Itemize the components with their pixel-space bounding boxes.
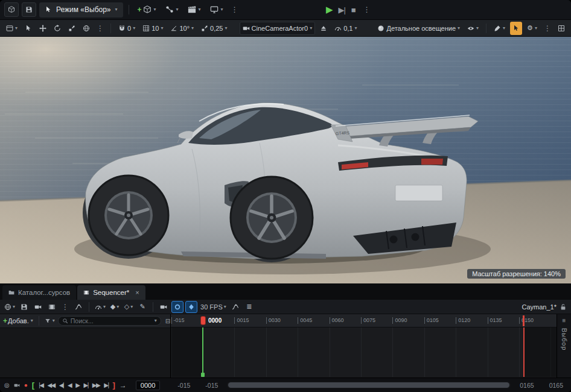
separator bbox=[129, 5, 129, 14]
playback-end-tick[interactable] bbox=[523, 315, 525, 326]
select-tool-button[interactable] bbox=[22, 22, 34, 35]
step-back-button[interactable]: ◀| bbox=[59, 382, 63, 388]
play-forward-button[interactable]: ▶ bbox=[75, 382, 79, 388]
quick-add-dropdown[interactable]: + ▾ bbox=[135, 2, 159, 17]
camera-speed-dropdown[interactable]: 0,1 ▾ bbox=[332, 22, 359, 35]
tab-sequencer[interactable]: Sequencer* × bbox=[77, 285, 145, 300]
track-list-area[interactable] bbox=[0, 328, 170, 378]
brush-dropdown[interactable]: ▾ bbox=[491, 22, 508, 35]
stop-button[interactable]: ■ bbox=[351, 5, 356, 14]
scrollbar-thumb[interactable] bbox=[228, 382, 509, 388]
side-tab-label[interactable]: Выбор bbox=[561, 328, 568, 350]
eject-pilot-button[interactable] bbox=[317, 22, 330, 35]
play-options-kebab-icon[interactable]: ⋮ bbox=[362, 5, 372, 14]
range-start-bracket[interactable]: [ bbox=[32, 381, 34, 389]
view-range-start[interactable]: -015 bbox=[205, 382, 218, 389]
snap-keys-toggle[interactable] bbox=[185, 301, 197, 313]
render-movie-button[interactable] bbox=[46, 301, 58, 313]
sequencer-outliner: + Добав. ▾ ▾ ▾ ⊟ ⊞ ≡ ⚙ bbox=[0, 314, 171, 378]
scale-tool-button[interactable] bbox=[66, 22, 78, 35]
keyframe-options-dropdown[interactable]: ◆ ▾ bbox=[109, 301, 121, 313]
save-all-button[interactable] bbox=[22, 2, 36, 17]
separator bbox=[89, 302, 89, 312]
timeline-tracks[interactable] bbox=[171, 327, 557, 377]
current-frame-field[interactable]: 0000 bbox=[136, 381, 160, 390]
view-mode-dropdown[interactable]: Детальное освещение ▾ bbox=[375, 22, 462, 35]
edit-mode-button[interactable]: ✎ bbox=[136, 301, 148, 313]
to-end-button[interactable]: ▶| bbox=[104, 382, 108, 388]
show-flags-dropdown[interactable]: ▾ bbox=[465, 22, 481, 35]
recent-levels-button[interactable] bbox=[4, 2, 19, 17]
curve-editor-button[interactable] bbox=[72, 301, 85, 313]
play-once-icon[interactable]: → bbox=[120, 382, 127, 389]
grid-snap-dropdown[interactable]: 10 ▾ bbox=[140, 22, 165, 35]
cinematics-dropdown[interactable]: ▾ bbox=[185, 2, 204, 17]
timeline-scrollbar[interactable] bbox=[227, 382, 511, 388]
separator bbox=[153, 302, 153, 312]
camera-cut-icon[interactable] bbox=[14, 382, 20, 388]
sequence-browse-dropdown[interactable]: ▾ bbox=[3, 301, 16, 313]
blueprints-dropdown[interactable]: ▾ bbox=[162, 2, 182, 17]
camera-lock-button[interactable] bbox=[158, 301, 170, 313]
editor-mode-dropdown[interactable]: Режим «Выбор» ▾ bbox=[39, 2, 123, 17]
working-range-end[interactable]: 0165 bbox=[549, 382, 563, 389]
play-button[interactable]: ▶ bbox=[326, 4, 333, 15]
ruler-frame-label: 0045 bbox=[298, 317, 312, 324]
track-search[interactable]: ▾ bbox=[58, 316, 161, 326]
working-range-start[interactable]: -015 bbox=[177, 382, 190, 389]
lock-icon[interactable] bbox=[560, 303, 567, 311]
viewport-options-dropdown[interactable]: ▾ bbox=[4, 22, 20, 35]
sequencer-kebab-icon[interactable]: ⋮ bbox=[60, 303, 71, 311]
jump-forward-button[interactable]: ▶▶ bbox=[92, 382, 100, 388]
world-local-toggle[interactable] bbox=[80, 22, 92, 35]
step-forward-button[interactable]: ▶| bbox=[84, 382, 88, 388]
scale-snap-dropdown[interactable]: 0,25 ▾ bbox=[199, 22, 229, 35]
auto-key-toggle[interactable] bbox=[171, 301, 183, 313]
3d-viewport[interactable]: GT4RS bbox=[0, 37, 571, 283]
filter-dropdown[interactable]: ▾ bbox=[45, 318, 55, 324]
rotation-snap-dropdown[interactable]: 10° ▾ bbox=[168, 22, 196, 35]
jump-back-button[interactable]: ◀◀ bbox=[47, 382, 54, 388]
close-icon[interactable]: × bbox=[135, 289, 139, 296]
add-track-button[interactable]: + Добав. ▾ bbox=[3, 317, 33, 325]
frame-skip-button[interactable]: ▶| bbox=[338, 5, 345, 14]
range-end-bracket[interactable]: ] bbox=[113, 381, 115, 389]
quad-view-button[interactable] bbox=[555, 22, 567, 35]
selection-highlight-toggle[interactable] bbox=[510, 22, 522, 35]
track-list-button[interactable]: ≣ bbox=[243, 301, 255, 313]
fps-dropdown[interactable]: 30 FPS ▾ bbox=[199, 301, 228, 313]
platforms-dropdown[interactable]: ▾ bbox=[207, 2, 226, 17]
cube-icon bbox=[143, 5, 152, 14]
auto-key-options-dropdown[interactable]: ◇ ▾ bbox=[123, 301, 135, 313]
playhead-marker[interactable] bbox=[200, 316, 206, 325]
surface-snap-dropdown[interactable]: 0 ▾ bbox=[116, 22, 138, 35]
to-front-button[interactable]: |◀ bbox=[39, 382, 43, 388]
view-range-end[interactable]: 0165 bbox=[520, 382, 534, 389]
record-button[interactable]: ● bbox=[24, 382, 28, 388]
save-sequence-button[interactable] bbox=[18, 301, 30, 313]
playback-options-dropdown[interactable]: ▾ bbox=[94, 301, 107, 313]
playback-start-line[interactable] bbox=[202, 327, 203, 377]
gear-icon: ⚙ bbox=[527, 25, 533, 31]
timeline-area[interactable]: 0000 -0150015003000450060007500900105012… bbox=[171, 314, 557, 378]
loop-mode-icon[interactable]: ◎ bbox=[4, 382, 10, 388]
create-camera-button[interactable] bbox=[32, 301, 44, 313]
playback-start-base[interactable] bbox=[201, 373, 205, 377]
viewport-settings-dropdown[interactable]: ⚙ ▾ bbox=[525, 22, 540, 35]
toolbar-kebab-icon[interactable]: ⋮ bbox=[229, 5, 240, 14]
tab-content-browser[interactable]: Каталог...сурсов bbox=[2, 285, 76, 300]
move-tool-button[interactable] bbox=[37, 22, 49, 35]
play-reverse-button[interactable]: ◀ bbox=[68, 382, 71, 388]
transform-kebab-icon[interactable]: ⋮ bbox=[95, 24, 106, 33]
pre-range-shade bbox=[171, 327, 202, 377]
viewport-kebab-icon[interactable]: ⋮ bbox=[542, 24, 553, 33]
side-panel-toggle-icon[interactable]: ≡ bbox=[561, 317, 567, 324]
chevron-down-icon: ▾ bbox=[53, 318, 55, 323]
active-camera-dropdown[interactable]: CineCameraActor0 ▾ bbox=[240, 22, 316, 35]
front-wheel bbox=[89, 175, 168, 255]
rotate-tool-button[interactable] bbox=[51, 22, 63, 35]
timeline-ruler[interactable]: 0000 -0150015003000450060007500900105012… bbox=[171, 314, 557, 327]
curves-view-button[interactable] bbox=[229, 301, 241, 313]
search-input[interactable] bbox=[71, 317, 152, 324]
playback-end-line[interactable] bbox=[523, 327, 525, 377]
